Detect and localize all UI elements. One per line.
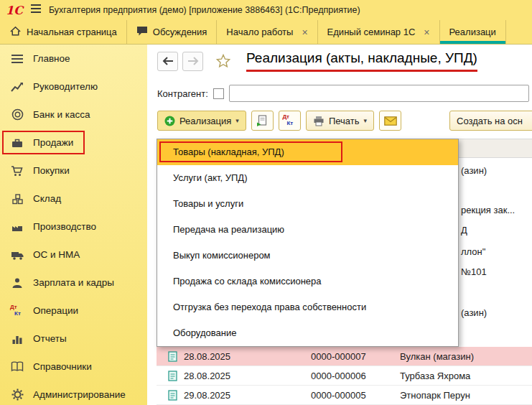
sidebar: Главное Руководителю Банк и касса Продаж… (0, 45, 147, 405)
table-fragment: ллон" (461, 246, 485, 257)
table-row[interactable]: 29.08.2025 0000-000005 Этнопарк Перун (157, 386, 532, 405)
create-based-on-button[interactable]: Создать на осн (449, 111, 532, 131)
filter-row: Контрагент: (157, 85, 529, 102)
list-icon (9, 53, 25, 65)
briefcase-icon (9, 137, 25, 149)
table-fragment: №101 (461, 266, 487, 277)
sidebar-item-administration[interactable]: Администрирование (0, 381, 147, 405)
person-icon (9, 277, 25, 289)
menu-item-services-act-upd[interactable]: Услуги (акт, УПД) (157, 165, 458, 191)
tab-getting-started[interactable]: Начало работы × (217, 20, 317, 44)
cell-date: 28.08.2025 (184, 371, 230, 381)
sidebar-item-directories[interactable]: Справочники (0, 353, 147, 381)
print-button[interactable]: Печать ▾ (306, 111, 374, 131)
sidebar-item-production[interactable]: Производство (0, 213, 147, 241)
sidebar-item-fixed-assets[interactable]: ОС и НМА (0, 241, 147, 269)
menu-item-commission-buyout[interactable]: Выкуп комиссионером (157, 243, 458, 269)
nav-row: Реализация (акты, накладные, УПД) (157, 50, 477, 72)
post-document-button[interactable]: ДтКт (279, 111, 301, 131)
forward-button[interactable] (182, 52, 203, 71)
email-button[interactable] (379, 111, 401, 131)
trend-chart-icon (9, 81, 25, 93)
cell-number: 0000-000006 (311, 371, 366, 381)
menu-item-goods-and-services[interactable]: Товары и услуги (157, 191, 458, 217)
table-fragment: Д (461, 225, 467, 236)
table-fragment: (азин) (461, 165, 487, 176)
tab-realization[interactable]: Реализаци (440, 20, 506, 44)
counterparty-label: Контрагент: (157, 88, 208, 99)
boxes-icon (9, 193, 25, 205)
dtkt-icon: ДтКт (282, 114, 297, 127)
sidebar-item-sales[interactable]: Продажи (0, 129, 147, 157)
plus-circle-icon (164, 116, 175, 126)
tab-label: Реализаци (449, 27, 496, 37)
counterparty-checkbox[interactable] (213, 88, 224, 99)
cell-date: 29.08.2025 (184, 390, 230, 401)
tab-label: Начальная страница (27, 27, 117, 37)
sidebar-item-main[interactable]: Главное (0, 45, 147, 73)
close-icon[interactable]: × (424, 27, 429, 38)
chevron-down-icon: ▾ (235, 117, 239, 124)
sidebar-item-operations[interactable]: ДтКт Операции (0, 297, 147, 325)
tab-label: Начало работы (226, 27, 293, 37)
tab-label: Единый семинар 1С (327, 27, 416, 37)
truck-icon (9, 249, 25, 261)
table-fragment: (азин) (461, 307, 487, 318)
cell-date: 28.08.2025 (184, 351, 230, 362)
dtkt-icon: ДтКт (9, 304, 25, 317)
factory-icon (9, 221, 25, 233)
new-document-icon (256, 115, 268, 127)
titlebar: 1С Бухгалтерия предприятия (демо) [прило… (0, 0, 532, 20)
document-icon (168, 351, 178, 364)
tab-discussions[interactable]: Обсуждения (127, 20, 218, 44)
table-fragment: рекция зак... (461, 205, 515, 215)
menu-item-goods-invoice-upd[interactable]: Товары (накладная, УПД) (157, 139, 458, 165)
tab-label: Обсуждения (153, 27, 207, 37)
menu-item-shipment-without-ownership-transfer[interactable]: Отгрузка без перехода права собственност… (157, 294, 458, 320)
document-icon (168, 371, 178, 383)
sidebar-item-manager[interactable]: Руководителю (0, 73, 147, 101)
1c-logo: 1С (6, 4, 23, 17)
page-title: Реализация (акты, накладные, УПД) (246, 50, 477, 72)
table-row[interactable]: 28.08.2025 0000-000006 Турбаза Яхрома (157, 366, 532, 386)
chat-icon (136, 26, 148, 39)
main-menu-icon[interactable] (30, 4, 42, 17)
cell-number: 0000-000005 (311, 390, 366, 401)
cart-icon (9, 165, 25, 177)
tab-bar: Начальная страница Обсуждения Начало раб… (0, 20, 532, 45)
realization-create-menu: Товары (накладная, УПД) Услуги (акт, УПД… (157, 139, 459, 347)
coin-icon (9, 108, 25, 121)
counterparty-input[interactable] (229, 85, 529, 102)
chevron-down-icon: ▾ (363, 117, 367, 124)
toolbar: Реализация ▾ ДтКт Печать ▾ Создать на ос… (157, 111, 532, 131)
sidebar-item-warehouse[interactable]: Склад (0, 185, 147, 213)
sidebar-item-purchases[interactable]: Покупки (0, 157, 147, 185)
tab-seminar[interactable]: Единый семинар 1С × (318, 20, 440, 44)
sidebar-item-reports[interactable]: Отчеты (0, 325, 147, 353)
cell-number: 0000-000007 (311, 351, 366, 362)
cell-counterparty: Вулкан (магазин) (400, 351, 474, 362)
back-button[interactable] (157, 52, 178, 71)
menu-item-sale-from-commission-warehouse[interactable]: Продажа со склада комиссионера (157, 269, 458, 294)
close-icon[interactable]: × (302, 27, 307, 38)
app-title: Бухгалтерия предприятия (демо) [приложен… (49, 5, 360, 15)
home-icon (9, 25, 22, 39)
printer-icon (313, 116, 325, 126)
copy-document-button[interactable] (251, 111, 274, 131)
gear-icon (9, 388, 25, 401)
tab-home[interactable]: Начальная страница (0, 20, 127, 44)
sidebar-item-bank-cash[interactable]: Банк и касса (0, 101, 147, 129)
cell-counterparty: Турбаза Яхрома (400, 371, 470, 381)
create-realization-button[interactable]: Реализация ▾ (157, 111, 246, 131)
book-icon (9, 361, 25, 372)
envelope-icon (384, 116, 397, 126)
menu-item-equipment[interactable]: Оборудование (157, 320, 458, 346)
bar-chart-icon (9, 333, 25, 345)
favorite-star-icon[interactable] (216, 54, 230, 68)
menu-item-transfer-for-sale[interactable]: Передача на реализацию (157, 217, 458, 243)
sidebar-item-payroll[interactable]: Зарплата и кадры (0, 269, 147, 297)
table-row[interactable]: 28.08.2025 0000-000007 Вулкан (магазин) (157, 347, 532, 366)
cell-counterparty: Этнопарк Перун (400, 390, 470, 401)
main-panel: Реализация (акты, накладные, УПД) Контра… (147, 45, 532, 405)
document-icon (168, 390, 178, 403)
